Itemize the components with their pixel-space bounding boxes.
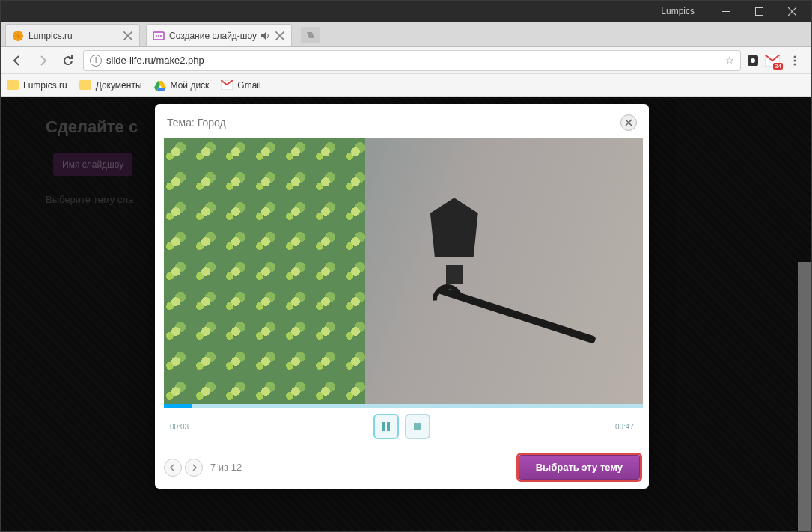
tab-lumpics[interactable]: Lumpics.ru xyxy=(5,24,140,46)
forward-button[interactable] xyxy=(32,50,53,71)
lamp-illustration xyxy=(413,198,495,347)
tab-strip: Lumpics.ru Создание слайд-шоу xyxy=(1,22,811,47)
drive-icon xyxy=(154,79,166,91)
svg-point-10 xyxy=(794,55,796,58)
next-theme-button[interactable] xyxy=(185,459,203,477)
svg-rect-14 xyxy=(382,422,385,431)
url-text: slide-life.ru/make2.php xyxy=(106,55,725,66)
bookmark-label: Документы xyxy=(96,80,142,91)
pause-button[interactable] xyxy=(373,414,399,439)
modal-title: Тема: Город xyxy=(167,117,226,129)
folder-icon xyxy=(79,80,91,90)
svg-point-6 xyxy=(160,35,162,37)
svg-point-5 xyxy=(158,35,159,37)
menu-button[interactable] xyxy=(784,50,805,71)
reload-button[interactable] xyxy=(58,50,79,71)
tab-title: Lumpics.ru xyxy=(28,31,118,41)
gmail-badge: 34 xyxy=(773,63,783,70)
gmail-extension-icon[interactable]: 34 xyxy=(765,53,780,68)
bookmark-drive[interactable]: Мой диск xyxy=(154,79,210,91)
bookmark-gmail[interactable]: Gmail xyxy=(221,80,260,91)
bookmarks-bar: Lumpics.ru Документы Мой диск Gmail xyxy=(1,74,811,97)
browser-toolbar: i slide-life.ru/make2.php ☆ 34 xyxy=(1,47,811,74)
bookmark-documents[interactable]: Документы xyxy=(79,80,142,91)
extension-icon[interactable] xyxy=(745,53,760,68)
orange-favicon xyxy=(12,30,24,42)
modal-close-button[interactable] xyxy=(620,114,637,131)
page-content: Сделайте с Имя слайдшоу Выберите тему сл… xyxy=(1,97,811,531)
svg-rect-15 xyxy=(387,422,390,431)
svg-rect-16 xyxy=(414,423,421,430)
address-bar[interactable]: i slide-life.ru/make2.php ☆ xyxy=(83,50,741,71)
time-total: 00:47 xyxy=(601,423,634,431)
theme-preview-modal: Тема: Город 00:03 xyxy=(155,104,649,489)
svg-point-12 xyxy=(794,63,796,65)
select-theme-button[interactable]: Выбрать эту тему xyxy=(519,455,640,480)
bookmark-lumpics[interactable]: Lumpics.ru xyxy=(7,80,67,91)
window-close-button[interactable] xyxy=(775,1,808,22)
prev-theme-button[interactable] xyxy=(164,459,182,477)
window-title-bar: Lumpics xyxy=(1,1,811,22)
folder-icon xyxy=(7,80,19,90)
stop-button[interactable] xyxy=(405,414,430,439)
tab-title: Создание слайд-шоу xyxy=(169,31,257,41)
close-icon[interactable] xyxy=(123,31,133,41)
site-info-icon[interactable]: i xyxy=(90,55,102,67)
video-progress-track[interactable] xyxy=(164,404,643,408)
gmail-icon xyxy=(221,80,233,90)
app-title: Lumpics xyxy=(661,6,695,16)
tab-slideshow[interactable]: Создание слайд-шоу xyxy=(146,24,292,46)
new-tab-button[interactable] xyxy=(301,27,320,43)
close-icon[interactable] xyxy=(275,31,285,41)
bookmark-star-icon[interactable]: ☆ xyxy=(725,55,734,66)
slideshow-favicon xyxy=(153,30,165,42)
bookmark-label: Lumpics.ru xyxy=(23,80,67,91)
svg-rect-0 xyxy=(722,11,730,12)
bookmark-label: Gmail xyxy=(237,80,260,91)
back-button[interactable] xyxy=(7,50,28,71)
svg-point-8 xyxy=(751,58,755,63)
bookmark-label: Мой диск xyxy=(171,80,210,91)
svg-point-4 xyxy=(156,35,157,37)
video-preview[interactable] xyxy=(164,138,643,408)
window-minimize-button[interactable] xyxy=(709,1,742,22)
video-progress-fill xyxy=(164,404,192,408)
theme-counter: 7 из 12 xyxy=(210,462,242,473)
audio-icon[interactable] xyxy=(260,31,270,41)
svg-point-11 xyxy=(794,59,796,61)
svg-rect-1 xyxy=(755,7,763,15)
time-elapsed: 00:03 xyxy=(170,423,203,431)
window-maximize-button[interactable] xyxy=(742,1,775,22)
